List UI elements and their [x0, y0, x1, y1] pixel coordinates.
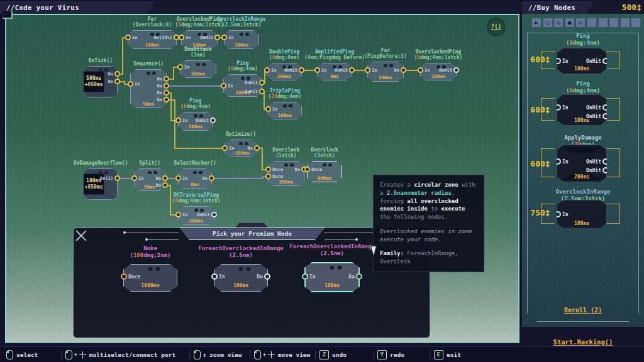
port-label: In	[562, 105, 569, 111]
port-out[interactable]: Do	[257, 273, 270, 280]
price-bracket-right	[606, 204, 620, 224]
price-bracket-left	[541, 52, 555, 69]
port-label: In	[219, 274, 225, 280]
port-dot[interactable]	[264, 273, 270, 280]
shop-node[interactable]: 100msIn	[557, 200, 607, 229]
port-out[interactable]: OnHit	[586, 113, 609, 119]
port-dot[interactable]	[602, 113, 609, 119]
node-time: 1000ms	[124, 283, 177, 288]
node-time: 100ms	[557, 66, 606, 72]
port-label: OnHit	[586, 159, 601, 165]
premium-node[interactable]: ForeachOverclockedInRange(2.5nm) 100ms I…	[214, 264, 268, 292]
price-bracket-left	[541, 204, 555, 224]
node-tooltip: Creates a circular zone with a 2.5nanome…	[373, 175, 484, 272]
premium-node[interactable]: Nuke(100dmg;2nm) 1000ms Once	[123, 264, 177, 292]
port-dot[interactable]	[555, 158, 561, 165]
port-out[interactable]: OnHit	[586, 104, 609, 111]
port-label: Do	[348, 274, 355, 280]
port-in[interactable]: In	[211, 273, 225, 280]
port-in[interactable]: In	[302, 273, 316, 280]
port-in[interactable]: In	[555, 158, 569, 165]
port-in[interactable]: Once	[121, 273, 140, 280]
app-window: //Code your Virus //Buy Nodes 500‡ ?() O…	[0, 0, 644, 362]
port-in[interactable]: In	[555, 104, 569, 111]
banner-line	[148, 239, 179, 240]
port-out[interactable]: OnHit	[586, 167, 609, 173]
port-label: In	[562, 212, 569, 217]
port-label: OnHit	[586, 58, 601, 64]
port-dot[interactable]	[602, 158, 609, 165]
port-dot[interactable]	[356, 273, 362, 280]
port-dot[interactable]	[602, 167, 609, 173]
port-label: In	[562, 159, 569, 165]
node-time: 100ms	[214, 283, 267, 288]
shop-item-title: Ping(8dmg;4nm)	[527, 33, 639, 47]
price-bracket-right	[606, 52, 620, 69]
price-bracket-right	[606, 98, 620, 121]
port-label: In	[562, 58, 569, 64]
node-type-icons	[148, 267, 153, 271]
shop-node[interactable]: 100msInOnHit	[557, 48, 607, 74]
shop-item-cost: 750‡	[526, 208, 555, 217]
port-label: OnHit	[586, 114, 601, 119]
port-label: OnHit	[586, 168, 601, 173]
port-label: Do	[257, 274, 263, 280]
port-dot[interactable]	[121, 273, 127, 280]
port-dot[interactable]	[302, 273, 308, 280]
port-label: Once	[128, 274, 140, 280]
node-type-icons	[239, 267, 243, 271]
port-label: In	[309, 274, 316, 280]
price-bracket-left	[541, 98, 555, 121]
shop-item-cost: 600‡	[526, 55, 555, 64]
banner-dot	[145, 238, 148, 241]
port-dot[interactable]	[602, 58, 609, 64]
port-dot[interactable]	[555, 211, 561, 217]
reroll-button[interactable]: Reroll (2)	[527, 307, 639, 314]
banner-dot	[355, 238, 358, 241]
shop-item-cost: 600‡	[526, 105, 555, 114]
port-dot[interactable]	[555, 58, 561, 64]
shop-item-title: Ping(6dmg;4nm)	[527, 80, 639, 95]
shop-node[interactable]: 200msInOnHitOnHit	[557, 145, 607, 182]
banner-line	[325, 239, 355, 240]
price-bracket-left	[541, 148, 555, 177]
banner-line	[126, 233, 179, 233]
port-in[interactable]: In	[555, 211, 569, 217]
premium-banner: Pick your Premium Node	[179, 228, 325, 240]
port-in[interactable]: In	[555, 58, 569, 64]
premium-node[interactable]: ForeachOverclockedInRange(2.5nm) 100ms I…	[304, 262, 360, 292]
port-dot[interactable]	[602, 104, 609, 111]
price-bracket-right	[606, 148, 620, 177]
node-time: 100ms	[306, 283, 358, 288]
port-out[interactable]: OnHit	[586, 58, 609, 64]
premium-corner-decoration	[75, 230, 87, 241]
port-out[interactable]: Do	[348, 273, 362, 280]
node-time: 100ms	[557, 221, 606, 226]
node-time: 200ms	[557, 174, 606, 180]
shop-item-cost: 600‡	[526, 159, 555, 168]
port-dot[interactable]	[555, 104, 561, 111]
port-out[interactable]: OnHit	[586, 158, 609, 165]
banner-line	[325, 233, 377, 233]
shop-node[interactable]: 100msInOnHitOnHit	[557, 94, 607, 126]
port-label: OnHit	[586, 105, 601, 111]
node-type-icons	[330, 266, 335, 270]
port-dot[interactable]	[211, 273, 218, 280]
banner-dot	[123, 231, 126, 234]
